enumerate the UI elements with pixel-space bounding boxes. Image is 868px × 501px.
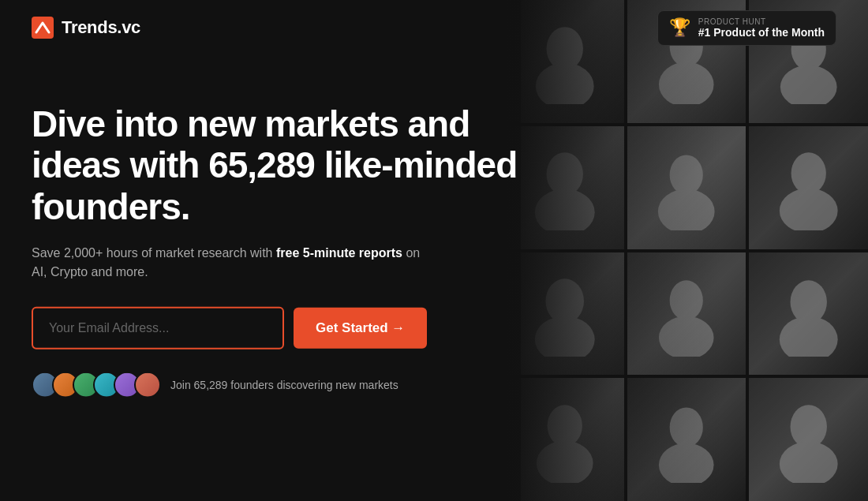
photo-cell-12 [749, 378, 868, 501]
photo-cell-5 [627, 126, 746, 249]
svg-point-18 [547, 405, 582, 447]
headline: Dive into new markets and ideas with 65,… [32, 103, 537, 228]
cta-button[interactable]: Get Started → [294, 308, 427, 349]
subheadline: Save 2,000+ hours of market research wit… [32, 244, 426, 282]
svg-point-21 [659, 443, 714, 482]
svg-point-15 [659, 316, 714, 357]
photo-cell-9 [749, 252, 868, 376]
svg-rect-24 [32, 17, 54, 39]
svg-point-14 [670, 280, 703, 320]
photo-grid [505, 0, 868, 501]
main-content: Dive into new markets and ideas with 65,… [32, 103, 537, 398]
badge-title: #1 Product of the Month [698, 26, 825, 39]
svg-point-3 [659, 62, 714, 104]
svg-point-23 [780, 441, 838, 482]
email-input[interactable] [32, 307, 284, 350]
svg-point-13 [534, 316, 594, 357]
logo-text: Trends.vc [62, 17, 140, 38]
subheadline-bold: free 5-minute reports [276, 246, 402, 260]
svg-point-17 [780, 316, 838, 357]
badge-label: PRODUCT HUNT [698, 17, 825, 26]
trophy-icon: 🏆 [669, 17, 690, 38]
svg-point-1 [535, 63, 593, 104]
avatar-6 [134, 372, 161, 398]
photo-cell-6 [749, 126, 868, 249]
svg-point-20 [670, 407, 703, 447]
product-hunt-badge: 🏆 PRODUCT HUNT #1 Product of the Month [657, 10, 836, 46]
subheadline-prefix: Save 2,000+ hours of market research wit… [32, 246, 276, 260]
badge-text: PRODUCT HUNT #1 Product of the Month [698, 17, 825, 39]
photo-cell-11 [627, 378, 746, 501]
logo-icon [32, 17, 54, 39]
avatar-stack [32, 372, 161, 398]
social-proof-text: Join 65,289 founders discovering new mar… [170, 379, 398, 391]
svg-point-19 [536, 440, 593, 482]
svg-point-11 [780, 189, 838, 230]
svg-point-9 [658, 189, 715, 230]
svg-point-10 [791, 152, 826, 194]
email-form: Get Started → [32, 307, 537, 350]
svg-point-8 [670, 155, 703, 195]
svg-point-5 [780, 65, 837, 104]
svg-point-7 [534, 189, 594, 230]
header: Trends.vc 🏆 PRODUCT HUNT #1 Product of t… [0, 0, 868, 55]
logo: Trends.vc [32, 17, 140, 39]
photo-cell-8 [627, 252, 746, 376]
social-proof: Join 65,289 founders discovering new mar… [32, 372, 537, 398]
